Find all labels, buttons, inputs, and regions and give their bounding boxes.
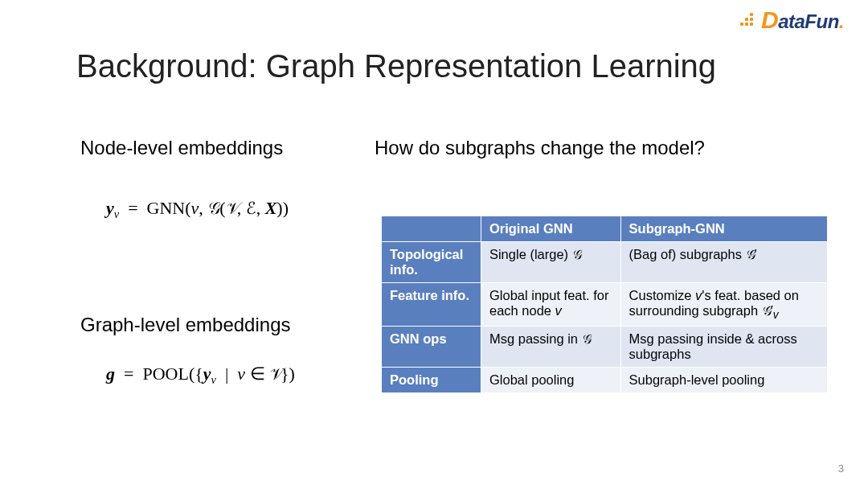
logo: DataFun. <box>740 6 844 34</box>
table-row: Pooling Global pooling Subgraph-level po… <box>382 368 828 393</box>
subheading-graph-embeddings: Graph-level embeddings <box>80 314 290 336</box>
logo-text: DataFun. <box>761 6 844 34</box>
cell: Global pooling <box>481 368 620 393</box>
table-row: Topological info. Single (large) 𝒢 (Bag … <box>382 242 828 283</box>
comparison-table: Original GNN Subgraph-GNN Topological in… <box>381 216 828 393</box>
row-label-feature: Feature info. <box>382 283 481 327</box>
row-label-pooling: Pooling <box>382 368 481 393</box>
equation-graph-embedding: g = POOL({yv | v ∈ 𝒱}) <box>106 364 295 387</box>
cell: Subgraph-level pooling <box>620 368 827 393</box>
logo-dots-icon <box>740 11 758 29</box>
cell: Msg passing in 𝒢 <box>481 327 620 368</box>
logo-dot: . <box>839 10 844 32</box>
table-header-original: Original GNN <box>481 216 620 242</box>
table-row: GNN ops Msg passing in 𝒢 Msg passing ins… <box>382 327 828 368</box>
row-label-gnn-ops: GNN ops <box>382 327 481 368</box>
table-header-blank <box>382 216 481 242</box>
page-title: Background: Graph Representation Learnin… <box>76 48 716 84</box>
slide: DataFun. Background: Graph Representatio… <box>0 0 868 489</box>
subheading-subgraph-question: How do subgraphs change the model? <box>375 137 705 159</box>
cell: Msg passing inside & across subgraphs <box>620 327 827 368</box>
logo-letter-d: D <box>761 6 778 33</box>
equation-node-embedding: yv = GNN(v, 𝒢(𝒱, ℰ, X)) <box>106 198 289 221</box>
cell: Global input feat. for each node v <box>481 283 620 327</box>
cell: Single (large) 𝒢 <box>481 242 620 283</box>
cell: Customize v's feat. based on surrounding… <box>620 283 827 327</box>
cell: (Bag of) subgraphs 𝒢′ <box>620 242 827 283</box>
page-number: 3 <box>838 462 844 475</box>
table-row: Feature info. Global input feat. for eac… <box>382 283 828 327</box>
subheading-node-embeddings: Node-level embeddings <box>80 137 283 159</box>
row-label-topological: Topological info. <box>382 242 481 283</box>
logo-rest: ataFun <box>778 10 839 32</box>
table-header-subgraph: Subgraph-GNN <box>620 216 827 242</box>
